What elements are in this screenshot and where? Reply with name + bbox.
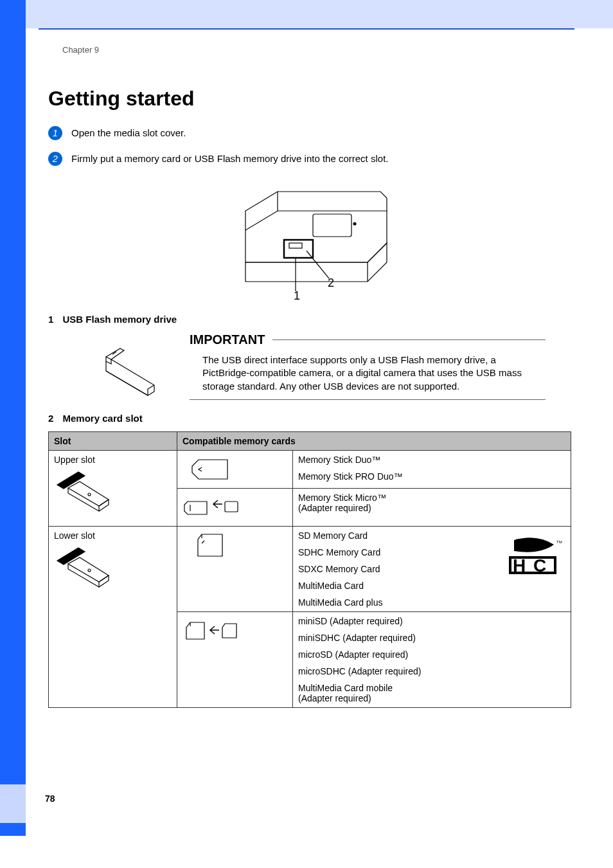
svg-rect-0 [313,214,351,237]
card-name: Memory Stick Micro™ [298,493,386,503]
card-name: miniSDHC (Adapter required) [298,633,565,643]
sd-card-icon [182,530,240,560]
step-2-text: Firmly put a memory card or USB Flash me… [71,152,388,164]
card-adapter-note: (Adapter required) [298,503,371,513]
card-list-cell: miniSD (Adapter required) miniSDHC (Adap… [293,611,571,707]
media-icon-cell [177,526,293,611]
sd-adapter-icon [182,616,240,646]
subhead-label: USB Flash memory drive [63,314,177,325]
svg-point-6 [88,569,91,572]
lower-slot-cell: Lower slot [49,526,177,707]
svg-text:TM: TM [556,540,562,544]
printer-icon [220,179,400,307]
page-number: 78 [45,793,55,804]
subhead-num: 1 [48,314,53,325]
table-row: Lower slot [49,526,571,611]
subhead-num: 2 [48,413,53,424]
page-content: Chapter 9 Getting started 1 Open the med… [48,45,571,708]
th-compat: Compatible memory cards [177,431,571,450]
svg-point-3 [353,222,356,225]
lower-slot-icon [54,545,112,590]
important-heading-rule [272,339,546,340]
figure-callout-2: 2 [328,276,334,290]
left-accent-bar-fade [0,784,26,823]
step-1: 1 Open the media slot cover. [48,126,571,140]
th-slot: Slot [49,431,177,450]
header-rule [39,28,574,30]
lower-slot-label: Lower slot [54,530,95,541]
card-name: microSD (Adapter required) [298,649,565,660]
printer-illustration: 1 2 [220,179,400,307]
svg-point-4 [88,493,91,496]
card-name: MultiMedia Card plus [298,597,565,608]
top-header-band [26,0,613,28]
card-name: Memory Stick PRO Duo™ [298,471,565,482]
subhead-label: Memory card slot [63,413,143,424]
usb-drive-icon [87,345,164,397]
figure-callout-1: 1 [294,289,300,303]
svg-rect-1 [284,240,313,258]
memory-stick-micro-adapter-icon [182,493,240,522]
card-name: microSDHC (Adapter required) [298,666,565,676]
subhead-usb: 1 USB Flash memory drive [48,314,571,325]
card-name: MultiMedia Card [298,581,565,591]
step-number-badge: 1 [48,126,62,140]
card-name: Memory Stick Duo™ [298,455,565,465]
upper-slot-cell: Upper slot [49,450,177,526]
usb-drive-illustration [87,345,164,397]
table-header-row: Slot Compatible memory cards [49,431,571,450]
sd-hc-logo-icon: H C TM [508,537,565,575]
step-number-badge: 2 [48,152,62,166]
svg-rect-5 [225,502,238,512]
svg-rect-2 [289,243,302,248]
card-list-cell: Memory Stick Micro™ (Adapter required) [293,488,571,526]
upper-slot-icon [54,469,112,514]
memory-stick-duo-icon [182,455,240,484]
card-adapter-note: (Adapter required) [298,693,371,703]
upper-slot-label: Upper slot [54,455,95,465]
card-name: miniSD (Adapter required) [298,616,565,626]
left-accent-bar [0,0,26,836]
card-list-cell: Memory Stick Duo™ Memory Stick PRO Duo™ [293,450,571,488]
media-icon-cell [177,488,293,526]
card-name: MultiMedia Card mobile [298,683,393,693]
card-list-cell: H C TM SD Memory Card SDHC Memory Card S… [293,526,571,611]
subhead-memory-card: 2 Memory card slot [48,413,571,424]
important-body: The USB direct interface supports only a… [190,351,546,400]
media-icon-cell [177,611,293,707]
important-heading: IMPORTANT [190,332,265,347]
page-title: Getting started [48,87,571,111]
chapter-label: Chapter 9 [62,45,571,55]
compatibility-table: Slot Compatible memory cards Upper slot [48,431,571,708]
important-section: IMPORTANT The USB direct interface suppo… [48,332,571,400]
table-row: Upper slot [49,450,571,488]
step-1-text: Open the media slot cover. [71,126,186,138]
media-icon-cell [177,450,293,488]
step-2: 2 Firmly put a memory card or USB Flash … [48,152,571,166]
